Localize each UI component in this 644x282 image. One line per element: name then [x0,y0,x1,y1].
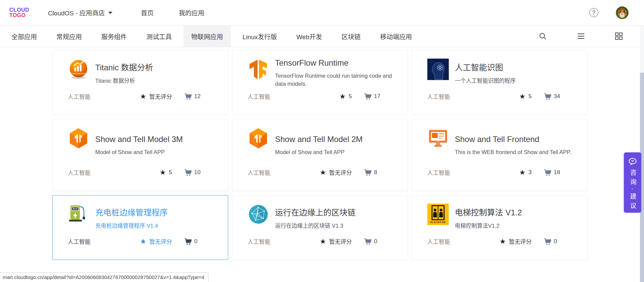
app-cart: 0 [184,237,214,245]
app-card-model-3m[interactable]: Show and Tell Model 3M Model of Show and… [52,119,228,191]
app-category: 人工智能 [248,168,270,177]
app-category: 人工智能 [68,92,91,100]
store-title-dropdown[interactable]: CloudOS - 应用商店 [48,8,112,17]
app-title[interactable]: Titanic 数据分析 [95,61,214,73]
rating-value: 5 [349,93,352,100]
app-card-titanic[interactable]: DATA ANALYSIS Titanic 数据分析 Titanic 数据分析 … [52,50,228,115]
cart-count: 10 [194,169,201,176]
tab-all-apps[interactable]: 全部应用 [4,25,45,47]
app-cart: 8 [364,168,394,176]
cart-icon [364,168,372,176]
app-category: 人工智能 [68,237,91,245]
app-card-tensorflow-runtime[interactable]: TensorFlow Runtime TensorFlow Runtime co… [232,50,408,115]
cloudtogo-logo[interactable]: CLOUD TOGO [9,7,29,17]
consult-label: 咨询·建议 [628,169,637,212]
star-icon: ★ [339,93,346,100]
cart-icon [544,168,551,176]
app-title[interactable]: TensorFlow Runtime [275,58,394,68]
cart-icon [364,237,372,245]
app-category: 人工智能 [427,168,450,177]
header: CLOUD TOGO CloudOS - 应用商店 首页 我的应用 ? [0,0,644,25]
tab-linux-distros[interactable]: Linux发行版 [235,25,284,47]
app-rating: ★暂无评分 [140,92,172,100]
rating-value: 暂无评分 [329,168,352,177]
cart-icon [184,237,192,245]
app-category: 人工智能 [427,92,450,100]
app-subtitle: Model of Show and Tell APP [275,148,394,156]
app-subtitle: 一个人工智能识图的程序 [455,77,574,85]
nav-my-apps[interactable]: 我的应用 [179,8,204,17]
app-cart: 12 [184,92,214,100]
cart-icon [544,92,551,100]
user-avatar[interactable] [616,6,629,19]
web-monitor-icon [427,128,449,149]
svg-text:1 0 1: 1 0 1 [429,61,434,63]
app-rating: ★5 [519,93,532,100]
cart-count: 8 [374,169,377,176]
svg-text:DATA ANALYSIS: DATA ANALYSIS [71,73,86,75]
star-icon: ★ [160,169,166,176]
app-cart: 0 [544,237,574,245]
search-icon[interactable] [539,32,547,40]
star-icon: ★ [320,238,326,245]
star-icon: ★ [519,169,526,176]
app-card-elevator[interactable]: ELEVATOR 电梯控制算法 V1.2 电梯控制算法V1.2 人工智能 ★暂无… [412,195,588,260]
app-card-ai-vision[interactable]: 1 0 1 0 1 0 1 0 1 0 人工智能识图 一个人工智能识图的程序 人… [412,50,588,115]
cart-count: 18 [554,169,560,176]
app-rating: ★5 [160,169,172,176]
app-rating: ★暂无评分 [499,237,532,245]
tab-test-tools[interactable]: 测试工具 [139,25,179,47]
dropdown-caret-icon [108,12,112,14]
app-card-ev-charger[interactable]: ECO 充电桩边缘管理程序 充电桩边缘管理程序 V1.4 人工智能 ★暂无评分 [52,195,228,260]
cart-count: 0 [554,238,557,245]
star-icon: ★ [140,238,146,245]
help-icon[interactable]: ? [589,8,598,17]
tab-regular-apps[interactable]: 常规应用 [49,25,90,47]
app-title[interactable]: 充电桩边缘管理程序 [95,206,214,218]
app-card-edge-blockchain[interactable]: 运行在边缘上的区块链 运行在边缘上的区块链 V1.3 人工智能 ★暂无评分 0 [232,195,408,260]
elevator-icon: ELEVATOR [427,204,449,225]
cart-icon [184,168,192,176]
app-grid: DATA ANALYSIS Titanic 数据分析 Titanic 数据分析 … [52,50,588,260]
cart-count: 34 [554,93,560,100]
star-icon: ★ [519,93,526,100]
logo-line2: TOGO [9,13,29,18]
app-title[interactable]: Show and Tell Frontend [455,135,574,144]
cart-icon [364,92,372,100]
app-cart: 10 [184,168,214,176]
ev-charger-icon: ECO [68,204,89,225]
rating-value: 5 [529,93,532,100]
app-card-frontend[interactable]: Show and Tell Frontend This is the WEB f… [412,119,588,191]
tab-mobile-apps[interactable]: 移动端应用 [372,25,420,47]
tiger-avatar-image [616,6,629,19]
tab-service-components[interactable]: 服务组件 [94,25,135,47]
svg-text:ECO: ECO [73,208,77,210]
nav-home[interactable]: 首页 [141,8,154,17]
consult-suggest-button[interactable]: 咨询·建议 [624,152,641,213]
app-category: 人工智能 [248,92,270,100]
app-subtitle: 充电桩边缘管理程序 V1.4 [95,222,214,230]
app-grid-area: DATA ANALYSIS Titanic 数据分析 Titanic 数据分析 … [0,50,644,260]
cart-count: 12 [194,93,201,100]
app-rating: ★5 [339,93,352,100]
tab-iot-apps[interactable]: 物联网应用 [183,25,231,47]
app-title[interactable]: 运行在边缘上的区块链 [275,206,394,218]
store-title: CloudOS - 应用商店 [48,8,105,17]
app-title[interactable]: 人工智能识图 [455,61,574,73]
star-icon: ★ [499,238,506,245]
app-title[interactable]: Show and Tell Model 2M [275,135,394,144]
hexagon-model-icon [248,128,269,149]
app-title[interactable]: 电梯控制算法 V1.2 [455,206,574,218]
app-title[interactable]: Show and Tell Model 3M [95,135,214,144]
tab-web-dev[interactable]: Web开发 [289,25,330,47]
app-card-model-2m[interactable]: Show and Tell Model 2M Model of Show and… [232,119,408,191]
grid-view-icon[interactable] [615,32,623,40]
tab-blockchain[interactable]: 区块链 [334,25,368,47]
cart-count: 0 [374,238,377,245]
rating-value: 暂无评分 [149,237,172,245]
cart-icon [544,237,551,245]
app-category: 人工智能 [248,237,270,245]
star-icon: ★ [140,93,146,100]
status-url-tooltip: mart.cloudtogo.cn/app/detail?id=A2006060… [0,272,209,282]
menu-icon[interactable] [577,33,585,40]
